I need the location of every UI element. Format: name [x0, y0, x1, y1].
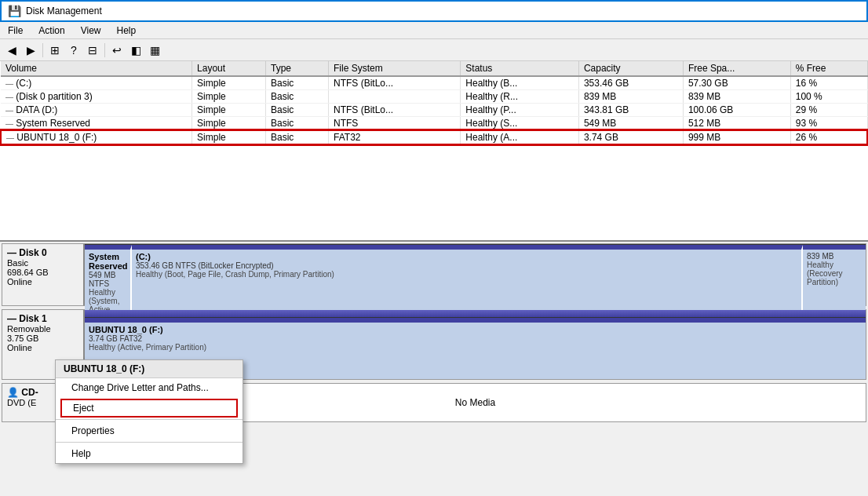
table-cell-3	[329, 90, 461, 104]
table-cell-1: Simple	[192, 104, 266, 117]
table-cell-4: Healthy (B...	[461, 76, 579, 90]
table-cell-6: 512 MB	[683, 117, 790, 131]
table-cell-3: NTFS	[329, 117, 461, 131]
seg-c-name: (C:)	[136, 252, 797, 261]
table-cell-7: 100 %	[790, 90, 867, 104]
disk-0-row: — Disk 0 Basic 698.64 GB Online System R…	[2, 243, 866, 306]
table-cell-1: Simple	[192, 130, 266, 144]
context-menu-sep	[56, 419, 243, 420]
seg-c-size: 353.46 GB NTFS (BitLocker Encrypted)	[136, 261, 797, 270]
context-menu-properties[interactable]: Properties	[56, 421, 243, 440]
app-title: Disk Management	[26, 5, 102, 16]
cd-status: No Media	[455, 397, 495, 408]
app-icon: 💾	[8, 5, 21, 17]
seg-ubuntu-size: 3.74 GB FAT32	[89, 334, 862, 343]
col-layout[interactable]: Layout	[192, 61, 266, 76]
toolbar-sep-2	[104, 43, 105, 57]
context-menu-change-drive[interactable]: Change Drive Letter and Paths...	[56, 378, 243, 397]
seg-ubuntu-desc: Healthy (Active, Primary Partition)	[89, 343, 862, 352]
col-percentfree[interactable]: % Free	[790, 61, 867, 76]
menu-action[interactable]: Action	[31, 24, 72, 38]
tool1-button[interactable]: ↩	[108, 42, 126, 59]
disk-1-type: Removable	[7, 324, 78, 334]
show-volume-button[interactable]: ⊞	[46, 42, 64, 59]
back-button[interactable]: ◀	[3, 42, 20, 59]
table-cell-3: NTFS (BitLo...	[329, 76, 461, 90]
toolbar: ◀ ▶ ⊞ ? ⊟ ↩ ◧ ▦	[0, 39, 868, 61]
tool2-button[interactable]: ◧	[127, 42, 144, 59]
disk-1-header-bar	[85, 310, 866, 318]
disk-0-name: — Disk 0	[7, 247, 78, 258]
volume-icon: —	[6, 133, 14, 142]
table-cell-6: 839 MB	[683, 90, 790, 104]
disk-0-size: 698.64 GB	[7, 268, 78, 277]
table-cell-1: Simple	[192, 117, 266, 131]
seg-system-reserved-name: System Reserved	[89, 252, 126, 271]
title-bar: 💾 Disk Management	[0, 0, 868, 22]
volume-icon: —	[5, 119, 13, 128]
collapse-button[interactable]: ⊟	[84, 42, 101, 59]
col-capacity[interactable]: Capacity	[578, 61, 683, 76]
seg-ubuntu-name: UBUNTU 18_0 (F:)	[89, 325, 862, 334]
table-cell-5: 3.74 GB	[578, 130, 683, 144]
context-menu-help[interactable]: Help	[56, 444, 243, 463]
table-cell-2: Basic	[266, 76, 329, 90]
forward-button[interactable]: ▶	[22, 42, 39, 59]
volume-table: Volume Layout Type File System Status Ca…	[0, 61, 868, 145]
disk-1-status: Online	[7, 343, 78, 352]
disk-0-status: Online	[7, 277, 78, 286]
table-cell-7: 16 %	[790, 76, 867, 90]
col-volume[interactable]: Volume	[1, 61, 192, 76]
menu-bar: File Action View Help	[0, 22, 868, 39]
table-cell-4: Healthy (R...	[461, 90, 579, 104]
table-cell-1: Simple	[192, 90, 266, 104]
table-cell-7: 26 %	[790, 130, 867, 144]
table-cell-0: — (C:)	[1, 76, 192, 90]
table-row[interactable]: — System ReservedSimpleBasicNTFSHealthy …	[1, 117, 867, 131]
table-row[interactable]: — (Disk 0 partition 3)SimpleBasicHealthy…	[1, 90, 867, 104]
table-cell-0: — System Reserved	[1, 117, 192, 131]
col-type[interactable]: Type	[266, 61, 329, 76]
col-status[interactable]: Status	[461, 61, 579, 76]
table-cell-5: 549 MB	[578, 117, 683, 131]
table-row[interactable]: — UBUNTU 18_0 (F:)SimpleBasicFAT32Health…	[1, 130, 867, 144]
disk-0-type: Basic	[7, 258, 78, 268]
menu-file[interactable]: File	[0, 24, 31, 38]
help-toolbar-button[interactable]: ?	[65, 42, 82, 59]
table-cell-2: Basic	[266, 130, 329, 144]
volume-icon: —	[5, 93, 13, 101]
table-row[interactable]: — (C:)SimpleBasicNTFS (BitLo...Healthy (…	[1, 76, 867, 90]
table-cell-5: 353.46 GB	[578, 76, 683, 90]
col-freespace[interactable]: Free Spa...	[683, 61, 790, 76]
seg-c-desc: Healthy (Boot, Page File, Crash Dump, Pr…	[136, 270, 797, 279]
table-cell-4: Healthy (S...	[461, 117, 579, 131]
table-cell-6: 100.06 GB	[683, 104, 790, 117]
table-cell-2: Basic	[266, 90, 329, 104]
disk-1-name: — Disk 1	[7, 313, 78, 324]
volume-icon: —	[5, 79, 13, 88]
table-cell-3: FAT32	[329, 130, 461, 144]
context-menu-sep2	[56, 442, 243, 443]
table-cell-1: Simple	[192, 76, 266, 90]
tool3-button[interactable]: ▦	[146, 42, 163, 59]
seg-recovery-size: 839 MB	[807, 252, 862, 261]
disk-0-label: — Disk 0 Basic 698.64 GB Online	[2, 244, 85, 305]
seg-recovery-desc: Healthy (Recovery Partition)	[807, 261, 862, 286]
toolbar-sep-1	[42, 43, 43, 57]
table-cell-5: 839 MB	[578, 90, 683, 104]
context-menu-header: UBUNTU 18_0 (F:)	[56, 360, 243, 378]
seg-system-reserved-size: 549 MB NTFS	[89, 271, 126, 288]
table-cell-2: Basic	[266, 117, 329, 131]
menu-help[interactable]: Help	[109, 24, 144, 38]
table-cell-3: NTFS (BitLo...	[329, 104, 461, 117]
menu-view[interactable]: View	[73, 24, 109, 38]
table-cell-5: 343.81 GB	[578, 104, 683, 117]
table-row[interactable]: — DATA (D:)SimpleBasicNTFS (BitLo...Heal…	[1, 104, 867, 117]
table-cell-0: — UBUNTU 18_0 (F:)	[1, 130, 192, 144]
list-pane: Volume Layout Type File System Status Ca…	[0, 61, 868, 242]
col-filesystem[interactable]: File System	[329, 61, 461, 76]
table-cell-4: Healthy (A...	[461, 130, 579, 144]
table-cell-0: — DATA (D:)	[1, 104, 192, 117]
context-menu-eject[interactable]: Eject	[60, 399, 238, 418]
disk-1-size: 3.75 GB	[7, 334, 78, 343]
